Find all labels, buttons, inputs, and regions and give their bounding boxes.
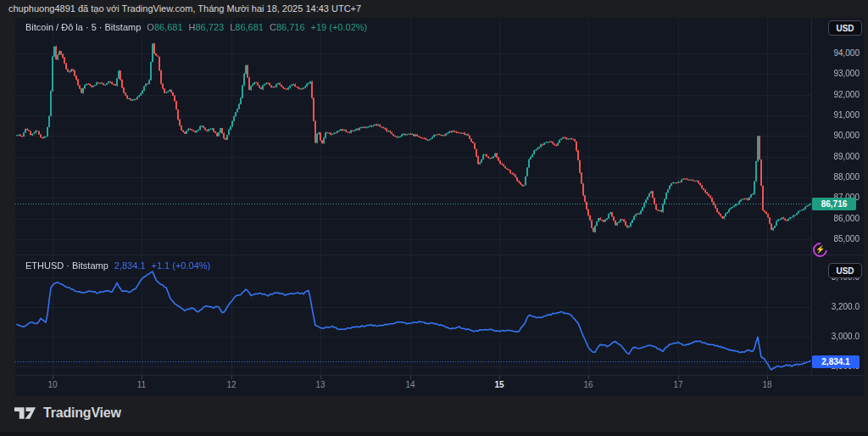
x-tick-label: 11 bbox=[128, 380, 155, 389]
x-tick-label: 13 bbox=[307, 380, 334, 389]
x-tick-label: 10 bbox=[39, 380, 66, 389]
btc-y-tick-label: 92,000 bbox=[812, 90, 860, 100]
btc-low: L86,681 bbox=[230, 22, 264, 32]
bottom-band bbox=[0, 432, 868, 436]
btc-legend: Bitcoin / Đô la · 5 · Bitstamp O86,681 H… bbox=[25, 22, 367, 32]
tradingview-logo-text: TradingView bbox=[43, 405, 121, 421]
btc-y-tick-label: 89,000 bbox=[812, 152, 860, 162]
attribution-text: chuphuong4891 đã tạo với TradingView.com… bbox=[8, 3, 361, 14]
x-tick-label: 18 bbox=[754, 380, 781, 389]
x-tick-label: 17 bbox=[665, 380, 692, 389]
x-tick bbox=[588, 376, 589, 379]
btc-y-tick-label: 88,000 bbox=[812, 172, 860, 182]
x-tick bbox=[231, 376, 232, 379]
eth-y-tick-label: 3,200.0 bbox=[812, 302, 860, 312]
chart-container: Bitcoin / Đô la · 5 · Bitstamp O86,681 H… bbox=[15, 18, 864, 396]
btc-y-tick-label: 90,000 bbox=[812, 131, 860, 141]
x-tick-label: 15 bbox=[486, 380, 513, 389]
x-tick-label: 12 bbox=[218, 380, 245, 389]
btc-y-tick-label: 93,000 bbox=[812, 69, 860, 79]
x-tick-label: 16 bbox=[575, 380, 602, 389]
x-tick-label: 14 bbox=[397, 380, 424, 389]
x-tick bbox=[142, 376, 142, 379]
btc-currency-button[interactable]: USD bbox=[828, 20, 862, 36]
eth-change: +1.1 (+0.04%) bbox=[152, 260, 211, 271]
btc-open: O86,681 bbox=[147, 22, 182, 32]
eth-currency-button[interactable]: USD bbox=[828, 263, 862, 278]
price-chart-canvas[interactable] bbox=[15, 18, 811, 375]
btc-y-tick-label: 91,000 bbox=[812, 110, 860, 120]
time-axis-divider bbox=[15, 375, 864, 376]
btc-y-tick-label: 86,000 bbox=[812, 214, 860, 224]
btc-symbol-title: Bitcoin / Đô la · 5 · Bitstamp bbox=[25, 22, 141, 32]
pane-divider[interactable] bbox=[15, 254, 864, 255]
eth-y-tick-label: 3,000.0 bbox=[812, 332, 860, 342]
btc-close: C86,716 bbox=[270, 22, 305, 32]
x-tick bbox=[499, 376, 500, 379]
eth-symbol-title: ETHUSD · Bitstamp bbox=[25, 260, 108, 271]
x-tick bbox=[678, 376, 679, 379]
btc-high: H86,723 bbox=[189, 22, 225, 32]
tradingview-logo[interactable]: TradingView bbox=[14, 405, 121, 421]
eth-last-price-badge: 2,834.1 bbox=[812, 355, 860, 368]
attribution-bar: chuphuong4891 đã tạo với TradingView.com… bbox=[0, 0, 868, 18]
btc-y-tick-label: 94,000 bbox=[812, 48, 860, 59]
eth-value: 2,834.1 bbox=[114, 260, 146, 271]
x-tick bbox=[767, 376, 768, 379]
btc-change: +19 (+0.02%) bbox=[311, 22, 368, 32]
x-tick bbox=[320, 376, 321, 379]
eth-legend: ETHUSD · Bitstamp 2,834.1 +1.1 (+0.04%) bbox=[25, 260, 210, 271]
x-tick bbox=[410, 376, 411, 379]
x-tick bbox=[53, 376, 53, 379]
tradingview-logo-icon bbox=[14, 406, 36, 420]
btc-last-price-badge: 86,716 bbox=[812, 198, 856, 210]
